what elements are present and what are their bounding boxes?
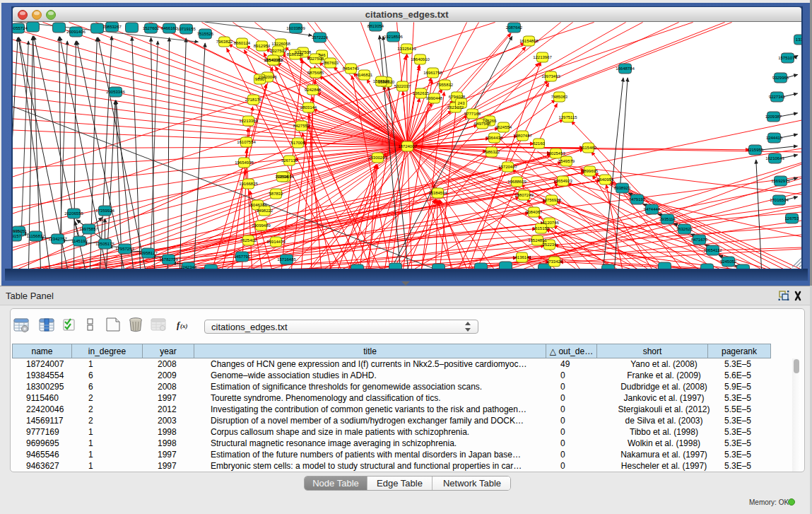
svg-text:2935114: 2935114 [659, 217, 676, 221]
svg-text:9329966: 9329966 [772, 76, 789, 80]
svg-text:10688609: 10688609 [507, 180, 526, 184]
svg-text:9890: 9890 [254, 77, 264, 81]
svg-text:1640954: 1640954 [596, 177, 613, 182]
svg-text:6466160: 6466160 [160, 26, 177, 30]
svg-text:14136141: 14136141 [512, 255, 531, 259]
svg-text:18724007: 18724007 [398, 144, 417, 148]
svg-text:5875685: 5875685 [307, 71, 324, 75]
svg-text:7632621: 7632621 [676, 227, 693, 231]
svg-text:2718176: 2718176 [245, 98, 261, 102]
svg-text:3215955: 3215955 [746, 148, 763, 152]
svg-text:1615152: 1615152 [532, 226, 549, 230]
svg-text:9146821: 9146821 [355, 73, 372, 77]
svg-text:3572224: 3572224 [311, 35, 328, 40]
svg-text:18640910: 18640910 [411, 57, 430, 62]
svg-text:2867603: 2867603 [322, 61, 339, 65]
svg-text:62160: 62160 [533, 141, 545, 146]
svg-text:9084067: 9084067 [525, 210, 542, 214]
svg-text:7515526: 7515526 [196, 32, 213, 36]
svg-text:8471676: 8471676 [690, 238, 707, 242]
svg-text:10973493: 10973493 [541, 74, 560, 78]
svg-text:(x): (x) [180, 322, 188, 329]
svg-text:8938923: 8938923 [613, 186, 630, 190]
svg-text:9242848: 9242848 [304, 88, 321, 92]
svg-text:10756928: 10756928 [542, 198, 561, 202]
svg-text:2364436: 2364436 [486, 136, 502, 140]
svg-text:8660124: 8660124 [233, 41, 250, 45]
svg-text:39157: 39157 [13, 234, 22, 238]
svg-text:16120746: 16120746 [540, 221, 559, 225]
svg-text:243: 243 [457, 101, 465, 105]
svg-text:8427552: 8427552 [293, 124, 310, 128]
svg-text:6479197: 6479197 [628, 197, 645, 201]
svg-text:20206555: 20206555 [64, 211, 83, 216]
svg-text:1209387: 1209387 [765, 115, 782, 119]
svg-text:9227341: 9227341 [768, 95, 785, 99]
svg-text:9777169: 9777169 [464, 112, 481, 116]
svg-text:1145193: 1145193 [71, 239, 88, 243]
svg-text:8912954: 8912954 [253, 44, 270, 48]
svg-text:17359924: 17359924 [95, 209, 114, 213]
svg-text:10958127: 10958127 [139, 251, 158, 255]
svg-text:2087642: 2087642 [505, 25, 522, 30]
svg-text:20091406: 20091406 [66, 30, 86, 34]
svg-text:25300203: 25300203 [368, 156, 387, 160]
svg-text:10025453: 10025453 [546, 151, 565, 156]
svg-text:8186328: 8186328 [286, 52, 303, 57]
svg-text:19975857: 19975857 [79, 227, 98, 231]
svg-text:587832: 587832 [269, 192, 283, 196]
svg-text:19166825: 19166825 [239, 182, 258, 186]
svg-text:12213967: 12213967 [533, 55, 552, 59]
svg-text:7625402: 7625402 [240, 238, 257, 243]
svg-text:53594: 53594 [276, 175, 288, 179]
svg-text:13226058: 13226058 [271, 42, 290, 46]
svg-text:10853267: 10853267 [102, 25, 122, 29]
svg-text:3267130: 3267130 [281, 158, 298, 163]
svg-text:1527602: 1527602 [142, 26, 159, 30]
svg-text:1362615: 1362615 [412, 91, 429, 95]
svg-text:1733426: 1733426 [546, 259, 563, 264]
svg-text:9899695: 9899695 [581, 169, 598, 173]
svg-text:16154808: 16154808 [519, 39, 539, 43]
svg-text:10807487: 10807487 [513, 134, 532, 138]
svg-text:12505175: 12505175 [95, 242, 114, 246]
svg-text:12975115: 12975115 [558, 115, 577, 119]
svg-text:7986322: 7986322 [483, 150, 500, 154]
svg-text:19099489: 19099489 [252, 223, 271, 228]
svg-text:126753: 126753 [784, 216, 799, 221]
svg-text:2803144: 2803144 [300, 105, 317, 110]
svg-text:11156812: 11156812 [26, 234, 45, 238]
svg-text:13654923: 13654923 [553, 179, 572, 183]
svg-text:8454749: 8454749 [342, 66, 359, 71]
svg-text:12342757: 12342757 [48, 237, 67, 241]
svg-text:16914479: 16914479 [266, 240, 286, 244]
svg-text:9474444: 9474444 [643, 207, 660, 211]
svg-text:15716485: 15716485 [277, 257, 296, 262]
svg-text:17957253: 17957253 [115, 247, 134, 251]
svg-text:1242344: 1242344 [180, 265, 196, 269]
svg-text:3498222: 3498222 [256, 209, 273, 213]
svg-text:10719155: 10719155 [177, 27, 196, 31]
svg-text:10654112: 10654112 [703, 248, 722, 252]
svg-text:15720407: 15720407 [498, 165, 517, 169]
svg-text:15046786: 15046786 [248, 203, 267, 207]
svg-text:9990448: 9990448 [425, 96, 442, 100]
svg-text:17016504: 17016504 [770, 198, 789, 202]
svg-text:15751074: 15751074 [778, 56, 797, 60]
svg-text:9327503: 9327503 [269, 49, 286, 53]
svg-text:1549579: 1549579 [558, 159, 575, 163]
svg-text:7955812: 7955812 [436, 83, 453, 87]
svg-text:16782759: 16782759 [159, 257, 178, 262]
svg-text:617006: 617006 [290, 141, 305, 145]
svg-text:9457791: 9457791 [233, 255, 250, 259]
svg-text:5322037: 5322037 [394, 84, 411, 88]
svg-text:19218506: 19218506 [384, 35, 403, 39]
svg-text:16961758: 16961758 [423, 71, 442, 75]
svg-text:9245052: 9245052 [719, 259, 736, 264]
svg-text:1588520: 1588520 [372, 79, 389, 83]
svg-text:16543362: 16543362 [264, 58, 283, 62]
svg-text:13325419: 13325419 [397, 47, 416, 51]
svg-text:9115460: 9115460 [580, 146, 597, 150]
svg-text:15692971: 15692971 [771, 179, 790, 183]
svg-text:3624554: 3624554 [495, 125, 512, 129]
